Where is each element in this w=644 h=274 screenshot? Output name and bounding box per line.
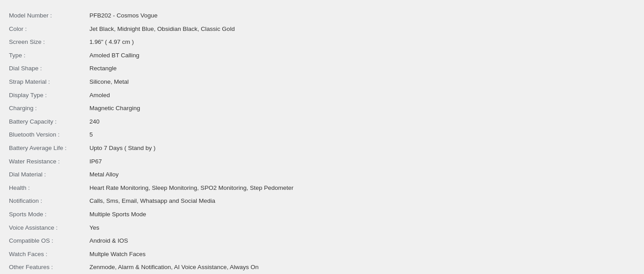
spec-label: Model Number : xyxy=(9,11,89,21)
table-row: Battery Capacity :240 xyxy=(9,115,635,128)
spec-label: Bluetooth Version : xyxy=(9,130,89,140)
table-row: Bluetooth Version :5 xyxy=(9,128,635,141)
spec-label: Screen Size : xyxy=(9,37,89,47)
table-row: Charging :Magnetic Charging xyxy=(9,102,635,115)
table-row: Model Number :PFB202 - Cosmos Vogue xyxy=(9,9,635,22)
table-row: Other Features :Zenmode, Alarm & Notific… xyxy=(9,261,635,274)
spec-value: Silicone, Metal xyxy=(89,77,129,87)
spec-value: Rectangle xyxy=(89,64,117,73)
spec-label: Strap Material : xyxy=(9,77,89,87)
spec-value: 5 xyxy=(89,130,93,140)
table-row: Health :Heart Rate Monitoring, Sleep Mon… xyxy=(9,181,635,195)
table-row: Type :Amoled BT Calling xyxy=(9,49,635,62)
table-row: Display Type :Amoled xyxy=(9,89,635,102)
table-row: Battery Average Life :Upto 7 Days ( Stan… xyxy=(9,141,635,155)
spec-label: Charging : xyxy=(9,103,89,113)
spec-label: Voice Assistance : xyxy=(9,223,89,233)
spec-label: Notification : xyxy=(9,196,89,206)
spec-value: Upto 7 Days ( Stand by ) xyxy=(89,143,156,153)
spec-label: Sports Mode : xyxy=(9,210,89,219)
spec-label: Compatible OS : xyxy=(9,236,89,246)
spec-label: Color : xyxy=(9,24,89,34)
spec-value: IP67 xyxy=(89,157,102,167)
spec-value: Multiple Sports Mode xyxy=(89,210,146,219)
spec-label: Dial Material : xyxy=(9,170,89,180)
spec-value: Yes xyxy=(89,223,99,233)
spec-label: Water Resistance : xyxy=(9,157,89,167)
spec-label: Health : xyxy=(9,183,89,193)
spec-label: Watch Faces : xyxy=(9,249,89,259)
spec-value: Magnetic Charging xyxy=(89,103,140,113)
spec-label: Dial Shape : xyxy=(9,64,89,73)
table-row: Sports Mode :Multiple Sports Mode xyxy=(9,208,635,221)
table-row: Dial Shape :Rectangle xyxy=(9,62,635,75)
spec-label: Battery Capacity : xyxy=(9,117,89,127)
table-row: Color :Jet Black, Midnight Blue, Obsidia… xyxy=(9,22,635,36)
spec-value: Amoled xyxy=(89,90,110,100)
spec-label: Other Features : xyxy=(9,262,89,272)
table-row: Dial Material :Metal Alloy xyxy=(9,168,635,181)
spec-value: Zenmode, Alarm & Notification, AI Voice … xyxy=(89,262,258,272)
spec-value: Multple Watch Faces xyxy=(89,249,146,259)
spec-label: Battery Average Life : xyxy=(9,143,89,153)
spec-value: 1.96" ( 4.97 cm ) xyxy=(89,37,134,47)
table-row: Water Resistance :IP67 xyxy=(9,155,635,168)
spec-value: Heart Rate Monitoring, Sleep Monitoring,… xyxy=(89,183,293,193)
spec-value: Metal Alloy xyxy=(89,170,119,180)
specs-container: Model Number :PFB202 - Cosmos VogueColor… xyxy=(0,0,644,274)
table-row: Strap Material :Silicone, Metal xyxy=(9,75,635,89)
spec-label: Type : xyxy=(9,51,89,60)
table-row: Screen Size :1.96" ( 4.97 cm ) xyxy=(9,35,635,49)
spec-value: Amoled BT Calling xyxy=(89,51,140,60)
spec-value: Jet Black, Midnight Blue, Obsidian Black… xyxy=(89,24,235,34)
table-row: Watch Faces :Multple Watch Faces xyxy=(9,248,635,261)
table-row: Compatible OS :Android & IOS xyxy=(9,234,635,248)
spec-value: Android & IOS xyxy=(89,236,128,246)
spec-value: PFB202 - Cosmos Vogue xyxy=(89,11,157,21)
spec-value: Calls, Sms, Email, Whatsapp and Social M… xyxy=(89,196,215,206)
spec-label: Display Type : xyxy=(9,90,89,100)
table-row: Voice Assistance :Yes xyxy=(9,221,635,235)
table-row: Notification :Calls, Sms, Email, Whatsap… xyxy=(9,194,635,208)
spec-value: 240 xyxy=(89,117,100,127)
